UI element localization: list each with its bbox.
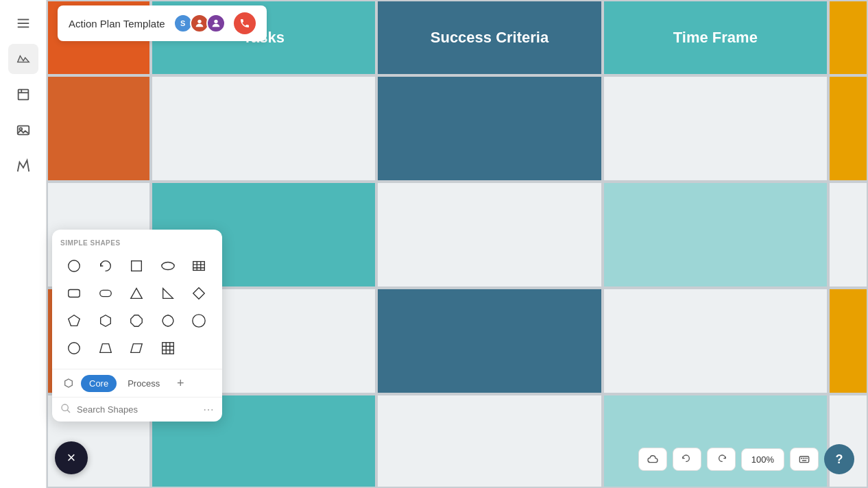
undo-button[interactable] (673, 448, 701, 471)
svg-marker-21 (162, 289, 173, 299)
shape-right-triangle[interactable] (154, 281, 182, 306)
redo-button[interactable] (707, 448, 736, 471)
shapes-row-1 (60, 254, 214, 278)
svg-line-38 (67, 410, 70, 413)
shape-ellipse[interactable] (154, 254, 182, 278)
image-tool-button[interactable] (8, 115, 38, 145)
shapes-row-2 (60, 281, 214, 306)
svg-rect-11 (132, 261, 142, 271)
svg-marker-25 (131, 315, 143, 327)
row1-label (47, 75, 151, 182)
keyboard-shortcut-button[interactable] (790, 448, 819, 471)
shape-pill[interactable] (92, 281, 119, 306)
shape-trapezoid[interactable] (92, 336, 119, 361)
svg-point-12 (162, 263, 174, 270)
search-more-button[interactable]: ⋯ (203, 403, 214, 416)
tab-add-button[interactable]: + (171, 374, 190, 393)
zoom-level-display: 100% (741, 448, 784, 471)
tab-process[interactable]: Process (119, 375, 168, 392)
document-title: Action Plan Template (69, 18, 165, 29)
shape-circle[interactable] (60, 254, 88, 278)
row3-extra-cell (828, 288, 868, 394)
shapes-search-bar: ⋯ (52, 397, 222, 422)
row3-success-cell (376, 288, 602, 394)
shape-diamond[interactable] (185, 281, 213, 306)
shapes-tab-icon (59, 374, 78, 393)
svg-marker-23 (69, 315, 80, 326)
shape-triangle[interactable] (123, 281, 150, 306)
collaborators-avatars: S (173, 14, 226, 33)
svg-rect-18 (69, 290, 80, 297)
svg-rect-13 (193, 262, 205, 271)
shape-grid[interactable] (154, 336, 182, 361)
fab-close-button[interactable]: × (55, 441, 88, 474)
draw-tool-button[interactable] (8, 151, 38, 181)
shape-loop[interactable] (92, 254, 119, 278)
row1-success-cell (376, 75, 602, 182)
call-button[interactable] (234, 12, 256, 34)
shapes-section-label: SIMPLE SHAPES (60, 239, 214, 247)
svg-point-9 (214, 20, 217, 23)
shape-square[interactable] (123, 254, 150, 278)
frame-tool-button[interactable] (8, 80, 38, 110)
doc-title-card: Action Plan Template S (58, 5, 267, 41)
row2-timeframe-cell (603, 182, 828, 288)
shape-hexagon[interactable] (92, 308, 119, 333)
svg-point-37 (62, 404, 68, 411)
avatar-g (206, 14, 226, 33)
svg-rect-19 (99, 290, 111, 296)
svg-marker-36 (65, 379, 73, 387)
svg-marker-26 (162, 315, 173, 327)
svg-point-27 (193, 315, 205, 327)
shape-circle-outline[interactable] (60, 336, 88, 361)
row2-success-cell (376, 182, 602, 288)
svg-marker-20 (131, 289, 143, 299)
shape-table[interactable] (185, 254, 213, 278)
tab-core[interactable]: Core (81, 375, 117, 392)
row1-timeframe-cell (603, 75, 828, 182)
svg-marker-29 (99, 344, 111, 353)
svg-marker-30 (131, 344, 143, 353)
left-sidebar (0, 0, 47, 488)
bottom-toolbar: 100% ? (638, 444, 854, 474)
shapes-panel: SIMPLE SHAPES (52, 230, 222, 422)
svg-rect-3 (18, 90, 28, 100)
svg-rect-39 (799, 456, 808, 463)
shapes-tool-button[interactable] (8, 44, 38, 74)
svg-point-8 (197, 20, 201, 23)
row2-extra-cell (828, 182, 868, 288)
shapes-tabs: Core Process + (52, 369, 222, 397)
fab-label: × (67, 449, 76, 467)
row1-tasks-cell (151, 75, 376, 182)
shape-parallelogram[interactable] (123, 336, 150, 361)
svg-marker-24 (100, 315, 110, 327)
row3-timeframe-cell (603, 288, 828, 394)
svg-marker-22 (193, 288, 205, 300)
svg-rect-31 (162, 343, 174, 354)
row4-success-cell (376, 394, 602, 488)
svg-point-10 (69, 260, 80, 272)
shape-large-circle[interactable] (185, 308, 213, 333)
search-shapes-input[interactable] (77, 404, 197, 415)
menu-button[interactable] (8, 8, 38, 38)
shape-octagon[interactable] (123, 308, 150, 333)
top-bar: Action Plan Template S (47, 0, 868, 47)
cloud-save-button[interactable] (638, 448, 667, 471)
shapes-row-3 (60, 308, 214, 333)
shape-pentagon[interactable] (60, 308, 88, 333)
row1-extra-cell (828, 75, 868, 182)
help-button[interactable]: ? (824, 444, 854, 474)
shapes-row-4 (60, 336, 214, 361)
shape-dodecagon[interactable] (154, 308, 182, 333)
search-icon (60, 403, 71, 416)
shape-rounded-rect[interactable] (60, 281, 88, 306)
shapes-grid-area: SIMPLE SHAPES (52, 230, 222, 369)
svg-point-28 (69, 343, 80, 354)
